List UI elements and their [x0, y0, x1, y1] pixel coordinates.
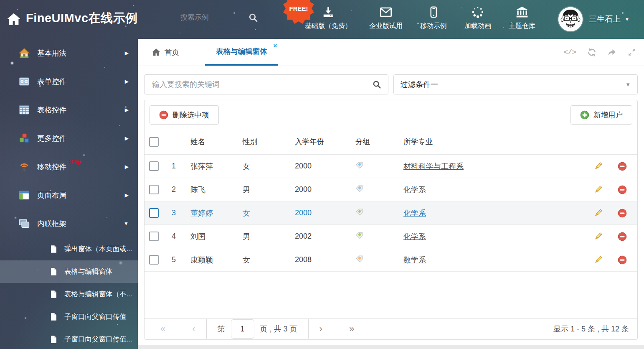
major-link[interactable]: 数学系 [403, 256, 426, 264]
delete-selected-button[interactable]: 删除选中项 [150, 105, 219, 125]
avatar[interactable] [558, 7, 583, 31]
cell-major: 数学系 [397, 255, 588, 265]
edit-pencil-icon[interactable] [593, 232, 603, 241]
page-input[interactable] [231, 319, 254, 339]
pagination-bar: « ‹ 第 页 , 共 3 页 › » 显示 1 - 5 条 , 共 12 条 [145, 318, 637, 339]
cell-gender: 女 [236, 208, 289, 218]
delete-row-icon[interactable] [618, 185, 627, 194]
sidebar-item[interactable]: 页面布局▶ [0, 181, 138, 209]
last-page-button[interactable]: » [349, 324, 354, 334]
refresh-icon[interactable] [587, 48, 596, 57]
row-checkbox[interactable] [149, 232, 159, 241]
major-link[interactable]: 化学系 [403, 232, 426, 241]
sidebar-subitem-label: 子窗口向父窗口传值... [64, 335, 132, 344]
header-search-input[interactable] [180, 13, 248, 22]
nav-item-label: 移动示例 [420, 22, 447, 31]
search-icon[interactable] [248, 13, 258, 23]
column-year[interactable]: 入学年份 [289, 137, 349, 147]
row-checkbox[interactable] [149, 161, 159, 171]
page-suffix-label: 页 , 共 3 页 [260, 324, 297, 334]
cell-major: 材料科学与工程系 [397, 161, 588, 171]
cell-group [349, 208, 397, 218]
tag-icon [355, 161, 363, 169]
table-row[interactable]: 5康颖颖女2008数学系 [145, 248, 637, 272]
prev-page-button[interactable]: ‹ [192, 324, 195, 334]
filter-row: 过滤条件一 ▼ [144, 74, 638, 94]
cell-year: 2000 [289, 162, 349, 171]
sidebar-item[interactable]: 更多控件▶ [0, 124, 138, 153]
cell-major: 化学系 [397, 185, 588, 195]
sidebar-item-label: 更多控件 [37, 133, 66, 143]
row-checkbox[interactable] [149, 185, 159, 194]
cubes-icon [19, 133, 30, 144]
row-checkbox[interactable] [149, 255, 159, 265]
antenna-icon [19, 161, 30, 172]
select-all-checkbox[interactable] [149, 137, 159, 147]
major-link[interactable]: 化学系 [403, 186, 426, 194]
table-row[interactable]: 1张萍萍女2000材料科学与工程系 [145, 155, 637, 178]
source-code-icon[interactable]: </> [563, 48, 576, 56]
free-badge-text: FREE! [284, 0, 313, 23]
major-link[interactable]: 材料科学与工程系 [403, 162, 464, 171]
tab-home[interactable]: 首页 [152, 39, 179, 66]
sidebar-subitem-label: 表格与编辑窗体（不... [64, 290, 132, 299]
major-link[interactable]: 化学系 [403, 209, 426, 217]
sidebar-subitem[interactable]: 弹出窗体（本页面或... [0, 238, 138, 260]
sidebar-item[interactable]: 基本用法▶ [0, 39, 138, 67]
header-nav-item[interactable]: 主题仓库 [509, 5, 535, 31]
header-checkbox-cell [145, 137, 163, 147]
filter-dropdown[interactable]: 过滤条件一 ▼ [393, 74, 638, 94]
column-group[interactable]: 分组 [349, 137, 397, 147]
edit-pencil-icon[interactable] [593, 255, 603, 265]
sidebar-subitem[interactable]: 表格与编辑窗体（不... [0, 283, 138, 306]
sidebar-item[interactable]: 表单控件▶ [0, 67, 138, 96]
cell-gender: 男 [236, 185, 289, 195]
header-nav-item[interactable]: 移动示例 [420, 5, 447, 31]
share-icon[interactable] [607, 48, 616, 57]
cell-delete [607, 209, 637, 218]
sidebar-item[interactable]: 表格控件▶ [0, 96, 138, 124]
header-nav-item[interactable]: 企业版试用 [369, 5, 403, 31]
column-major[interactable]: 所学专业 [397, 137, 588, 147]
first-page-button[interactable]: « [160, 324, 165, 334]
tab-grid-edit-window[interactable]: 表格与编辑窗体 × [205, 39, 278, 66]
header-nav-item[interactable]: 加载动画 [464, 5, 491, 31]
cell-edit [588, 162, 607, 171]
keyword-search-input[interactable] [151, 80, 372, 89]
user-menu[interactable]: 三生石上 ▼ [589, 14, 629, 25]
edit-pencil-icon[interactable] [593, 162, 603, 171]
cell-gender: 男 [236, 232, 289, 242]
sidebar-subitem[interactable]: 子窗口向父窗口传值 [0, 306, 138, 328]
cell-name: 刘国 [184, 232, 236, 242]
sidebar-subitem[interactable]: 子窗口向父窗口传值... [0, 328, 138, 349]
row-checkbox-cell [145, 255, 163, 265]
table-row[interactable]: 4刘国男2002化学系 [145, 225, 637, 248]
nav-item-label: 加载动画 [464, 22, 491, 31]
sidebar-subitem[interactable]: 表格与编辑窗体 [0, 260, 138, 283]
edit-pencil-icon[interactable] [593, 209, 603, 218]
delete-row-icon[interactable] [618, 232, 627, 241]
table-row[interactable]: 3董婷婷女2000化学系 [145, 201, 637, 225]
next-page-button[interactable]: › [319, 324, 322, 334]
add-user-button[interactable]: 新增用户 [570, 105, 632, 125]
cell-major: 化学系 [397, 208, 588, 218]
expand-icon[interactable] [627, 48, 636, 57]
home-icon[interactable] [6, 12, 21, 27]
column-name[interactable]: 姓名 [184, 137, 236, 147]
table-row[interactable]: 2陈飞男2000化学系 [145, 178, 637, 201]
close-icon[interactable]: × [273, 43, 277, 49]
sidebar-item[interactable]: 移动控件Corp.▶ [0, 153, 138, 181]
edit-pencil-icon[interactable] [593, 185, 603, 194]
delete-row-icon[interactable] [618, 255, 627, 265]
delete-row-icon[interactable] [618, 209, 627, 218]
delete-selected-label: 删除选中项 [172, 110, 209, 120]
column-gender[interactable]: 性别 [236, 137, 289, 147]
row-checkbox[interactable] [149, 208, 159, 218]
app-title: FineUIMvc在线示例 [26, 10, 138, 27]
sidebar-item[interactable]: 内联框架▼ [0, 209, 138, 238]
bottom-strip [138, 345, 644, 349]
filter-dropdown-value: 过滤条件一 [401, 79, 438, 89]
search-icon[interactable] [372, 80, 381, 89]
header-nav: 基础版（免费）企业版试用移动示例加载动画主题仓库 [292, 5, 535, 31]
delete-row-icon[interactable] [618, 162, 627, 171]
